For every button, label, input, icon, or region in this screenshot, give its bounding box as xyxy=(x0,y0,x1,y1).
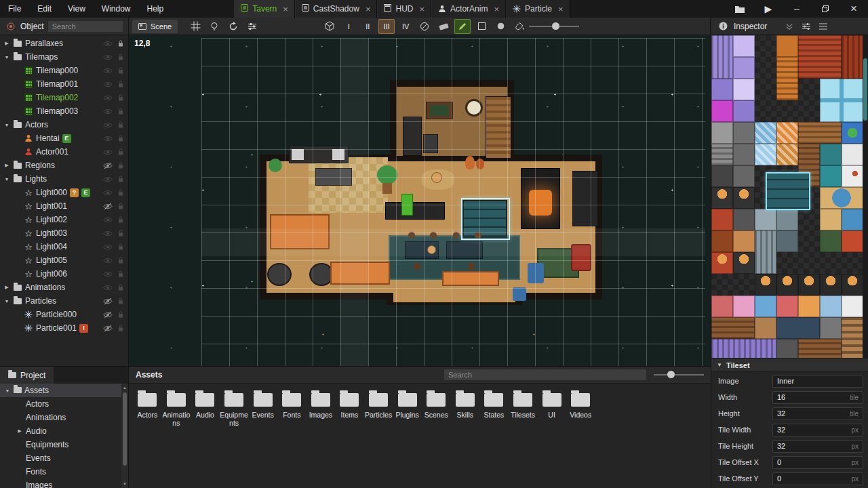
tileset-tile[interactable] xyxy=(755,296,776,317)
eye-icon[interactable] xyxy=(102,121,113,129)
filter-sliders-icon[interactable] xyxy=(800,20,812,33)
eye-off-icon[interactable] xyxy=(102,310,113,319)
minimize-icon[interactable]: – xyxy=(783,0,811,18)
tileset-tile[interactable] xyxy=(755,317,776,339)
scroll-up-icon[interactable]: ▲ xyxy=(121,384,128,391)
expand-arrow[interactable]: ▶ xyxy=(3,41,10,46)
asset-folder-animations[interactable]: Animations xyxy=(162,393,191,428)
tileset-tile[interactable] xyxy=(711,122,733,144)
object-tree-item-light003[interactable]: ☆Light003 xyxy=(0,226,128,240)
slider-thumb[interactable] xyxy=(667,371,675,378)
lock-icon[interactable] xyxy=(115,161,126,169)
menu-help[interactable]: Help xyxy=(139,0,172,18)
asset-folder-particles[interactable]: Particles xyxy=(364,393,393,428)
tileset-tile[interactable] xyxy=(733,57,755,79)
grid-toggle-icon[interactable] xyxy=(187,19,203,34)
restore-icon[interactable] xyxy=(811,0,840,18)
lock-icon[interactable] xyxy=(115,66,126,75)
object-tree-item-particles[interactable]: ▼Particles xyxy=(0,294,128,308)
project-tree-item-events[interactable]: Events xyxy=(0,451,121,465)
property-value-field[interactable]: 32px xyxy=(772,440,863,453)
tab-close-icon[interactable]: × xyxy=(283,4,288,14)
lock-icon[interactable] xyxy=(115,80,126,88)
eye-icon[interactable] xyxy=(102,148,113,156)
lock-icon[interactable] xyxy=(115,175,126,183)
tileset-tile[interactable] xyxy=(711,165,733,187)
tileset-tile[interactable] xyxy=(711,187,733,209)
tileset-tile[interactable] xyxy=(776,296,798,317)
tileset-tile[interactable] xyxy=(733,252,755,274)
tileset-tile[interactable] xyxy=(842,144,863,165)
tileset-tile[interactable] xyxy=(798,339,842,358)
tileset-tile[interactable] xyxy=(820,165,842,187)
object-tree-item-hentai[interactable]: HentaiE xyxy=(0,131,128,145)
tileset-tile[interactable] xyxy=(733,209,755,230)
asset-folder-states[interactable]: States xyxy=(479,393,509,428)
tileset-tile[interactable] xyxy=(776,317,820,339)
asset-folder-items[interactable]: Items xyxy=(335,393,364,428)
tileset-tile-selected[interactable] xyxy=(766,172,810,210)
tileset-tile[interactable] xyxy=(755,144,776,165)
eye-icon[interactable] xyxy=(102,216,113,224)
eye-icon[interactable] xyxy=(102,270,113,278)
tab-actoranim[interactable]: ActorAnim× xyxy=(431,0,506,18)
eye-icon[interactable] xyxy=(102,134,113,142)
settings-sliders-icon[interactable] xyxy=(244,19,260,34)
asset-folder-scenes[interactable]: Scenes xyxy=(422,393,451,428)
asset-folder-actors[interactable]: Actors xyxy=(133,393,162,428)
tab-close-icon[interactable]: × xyxy=(366,4,371,14)
tileset-tile[interactable] xyxy=(711,230,733,252)
lock-icon[interactable] xyxy=(115,310,126,319)
asset-folder-tilesets[interactable]: Tilesets xyxy=(509,393,538,428)
tileset-tile[interactable] xyxy=(842,209,863,230)
property-value-field[interactable]: Inner xyxy=(772,375,863,388)
project-scrollbar[interactable]: ▲ ▼ xyxy=(121,384,128,488)
lock-icon[interactable] xyxy=(115,202,126,210)
scrollbar-thumb[interactable] xyxy=(123,392,127,466)
object-tree-item-animations[interactable]: ▶Animations xyxy=(0,281,128,294)
lock-icon[interactable] xyxy=(115,243,126,251)
collapse-arrow[interactable]: ▼ xyxy=(3,299,10,304)
lock-icon[interactable] xyxy=(115,188,126,197)
object-tree-item-lights[interactable]: ▼Lights xyxy=(0,172,128,186)
tileset-tile[interactable] xyxy=(711,35,733,79)
collapse-arrow[interactable]: ▼ xyxy=(717,362,722,368)
scene-viewport[interactable]: 12,8 xyxy=(129,35,711,366)
tileset-tile[interactable] xyxy=(842,274,863,296)
lock-icon[interactable] xyxy=(115,256,126,264)
tab-close-icon[interactable]: × xyxy=(558,4,564,14)
object-tree-item-tilemaps[interactable]: ▼Tilemaps xyxy=(0,50,128,64)
tileset-tile[interactable] xyxy=(776,57,798,100)
tileset-tile[interactable] xyxy=(776,209,798,230)
tileset-tile[interactable] xyxy=(776,122,798,144)
tileset-tile[interactable] xyxy=(733,165,755,187)
close-icon[interactable]: × xyxy=(840,0,868,18)
object-tree-item-particle000[interactable]: Particle000 xyxy=(0,308,128,321)
expand-arrow[interactable]: ▶ xyxy=(16,428,23,434)
lock-icon[interactable] xyxy=(115,134,126,142)
eye-icon[interactable] xyxy=(102,229,113,237)
tileset-tile[interactable] xyxy=(820,230,842,252)
tileset-tile[interactable] xyxy=(842,296,863,317)
eye-icon[interactable] xyxy=(102,80,113,88)
object-tree-item-light001[interactable]: ☆Light001 xyxy=(0,199,128,213)
tab-project[interactable]: Project xyxy=(0,367,54,384)
lock-icon[interactable] xyxy=(115,148,126,156)
fill-bucket-icon[interactable] xyxy=(511,19,528,34)
asset-folder-audio[interactable]: Audio xyxy=(191,393,220,428)
eye-icon[interactable] xyxy=(102,94,113,102)
tileset-tile[interactable] xyxy=(733,187,755,209)
lock-icon[interactable] xyxy=(115,324,126,332)
property-value-field[interactable]: 32tile xyxy=(772,407,863,420)
lock-icon[interactable] xyxy=(115,270,126,278)
object-tree-item-tilemap000[interactable]: Tilemap000 xyxy=(0,64,128,77)
tileset-tile[interactable] xyxy=(733,144,755,165)
tab-hud[interactable]: HUD× xyxy=(377,0,431,18)
tileset-tile[interactable] xyxy=(755,230,776,274)
tileset-tile[interactable] xyxy=(820,144,842,165)
tileset-tile[interactable] xyxy=(776,339,798,358)
tileset-tile[interactable] xyxy=(776,144,798,165)
eye-off-icon[interactable] xyxy=(102,297,113,305)
tileset-tile[interactable] xyxy=(711,100,733,122)
tileset-tile[interactable] xyxy=(820,274,842,296)
